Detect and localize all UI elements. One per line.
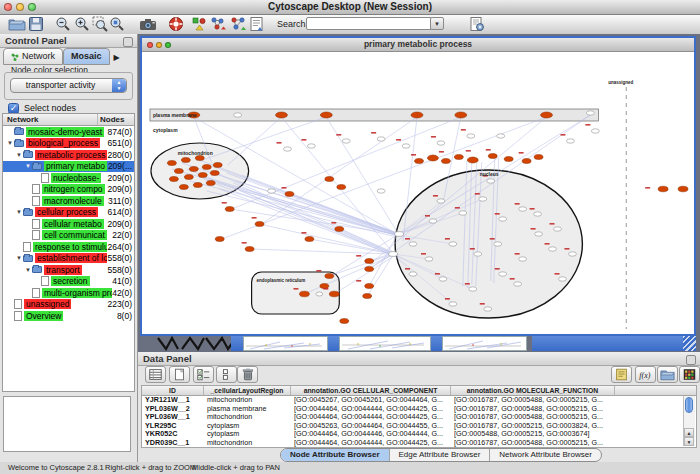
float-panel-icon[interactable]	[123, 37, 133, 47]
background-window[interactable]	[442, 336, 527, 351]
tree-row-macromolecule[interactable]: macromolecule311(0)	[3, 195, 134, 207]
network-canvas[interactable]: plasma membrane cytoplasm mitochondrion …	[142, 51, 694, 334]
column-go-molecular-function[interactable]: annotation.GO MOLECULAR_FUNCTION	[451, 386, 615, 395]
zoom-out-icon[interactable]	[54, 16, 72, 32]
float-panel-icon[interactable]	[686, 355, 696, 365]
tree-row-biological-process[interactable]: ▼biological_process651(0)	[3, 138, 134, 150]
svg-text:f(x): f(x)	[639, 371, 650, 380]
more-tabs-icon[interactable]: ▶	[114, 50, 120, 65]
attribute-matrix-icon[interactable]	[679, 366, 700, 383]
attribute-table-icon[interactable]	[145, 366, 166, 383]
expander-icon[interactable]: ▼	[15, 209, 23, 215]
attribute-table-header: ID _cellularLayoutRegion annotation.GO C…	[142, 386, 696, 396]
column-network[interactable]: Network	[3, 114, 98, 125]
background-window-edge[interactable]	[231, 336, 243, 351]
delete-attribute-icon[interactable]	[237, 366, 258, 383]
table-row[interactable]: YJR121W__1mitochondrion[GO:0045267, GO:0…	[142, 396, 696, 405]
tree-row-metabolic-process[interactable]: ▼metabolic process280(0)	[3, 149, 134, 161]
background-window[interactable]	[339, 336, 431, 351]
search-input[interactable]	[306, 17, 432, 30]
tree-row-cellular-process[interactable]: ▼cellular process614(0)	[3, 207, 134, 219]
background-window-edge[interactable]	[328, 336, 339, 351]
plasma-membrane-region	[150, 109, 598, 121]
tree-row-establishment-of-localization[interactable]: ▼establishment of lo558(0)	[3, 253, 134, 265]
tree-row-transport[interactable]: ▼transport558(0)	[3, 264, 134, 276]
table-scrollbar[interactable]: ▲ ▼	[683, 396, 695, 446]
close-button[interactable]	[4, 3, 12, 11]
frame-zoom-button[interactable]	[165, 42, 171, 48]
tab-network[interactable]: Network	[3, 48, 63, 65]
data-panel-title: Data Panel	[143, 353, 192, 364]
zoom-fit-icon[interactable]	[108, 16, 126, 32]
select-attributes-icon[interactable]	[193, 366, 214, 383]
tab-mosaic-label: Mosaic	[71, 49, 102, 64]
table-row[interactable]: YKR052Ccytoplasm[GO:0044464, GO:0044446,…	[142, 430, 696, 439]
formula-builder-icon[interactable]: f(x)	[635, 366, 656, 383]
scroll-down-icon[interactable]: ▼	[684, 437, 694, 446]
tree-row-multi-organism[interactable]: multi-organism pro42(0)	[3, 287, 134, 299]
zoom-in-icon[interactable]	[73, 16, 91, 32]
tab-mosaic[interactable]: Mosaic	[63, 48, 110, 65]
new-attribute-icon[interactable]	[169, 366, 190, 383]
save-session-icon[interactable]	[27, 16, 45, 32]
column-nodes[interactable]: Nodes	[98, 114, 134, 125]
select-nodes-checkbox[interactable]: ✓	[8, 103, 19, 114]
tree-row-unassigned[interactable]: unassigned223(0)	[3, 299, 134, 311]
table-row[interactable]: YPL036W__2plasma membrane[GO:0044464, GO…	[142, 405, 696, 414]
unselect-attributes-icon[interactable]	[216, 366, 237, 383]
resize-grip-icon[interactable]	[683, 336, 696, 351]
page-icon	[14, 299, 22, 309]
expander-icon[interactable]: ▼	[24, 163, 32, 169]
node-color-dropdown[interactable]: transporter activity ▲▼	[10, 78, 127, 93]
open-session-icon[interactable]	[8, 16, 26, 32]
tab-node-attribute-browser[interactable]: Node Attribute Browser	[281, 449, 390, 461]
tree-row-primary-metabolic[interactable]: ▼primary metabo209(...	[3, 161, 134, 173]
annotation-icon[interactable]	[249, 16, 264, 32]
column-id[interactable]: ID	[142, 386, 204, 395]
window-title: Cytoscape Desktop (New Session)	[0, 0, 700, 14]
tree-row-cellular-metabolic[interactable]: cellular metabo209(0)	[3, 218, 134, 230]
configure-search-icon[interactable]	[468, 16, 486, 32]
scrollbar-thumb[interactable]	[685, 397, 693, 413]
birds-eye-view[interactable]	[3, 396, 131, 452]
import-attributes-icon[interactable]	[657, 366, 678, 383]
table-row[interactable]: YPL036W__1mitochondrion[GO:0044464, GO:0…	[142, 413, 696, 422]
network-tree: Network Nodes mosaic-demo-yeast874(0) ▼b…	[2, 113, 135, 392]
tree-row-secretion[interactable]: secretion41(0)	[3, 276, 134, 288]
scroll-up-icon[interactable]: ▲	[684, 428, 694, 437]
expander-icon[interactable]: ▼	[15, 152, 23, 158]
tab-network-attribute-browser[interactable]: Network Attribute Browser	[490, 449, 600, 461]
vizmapper-icon[interactable]	[192, 16, 206, 32]
tree-row-mosaic-demo-yeast[interactable]: mosaic-demo-yeast874(0)	[3, 126, 134, 138]
zoom-selected-icon[interactable]	[91, 16, 109, 32]
frame-close-button[interactable]	[147, 42, 153, 48]
tab-edge-attribute-browser[interactable]: Edge Attribute Browser	[390, 449, 491, 461]
frame-minimize-button[interactable]	[156, 42, 162, 48]
tree-row-nitrogen-compound[interactable]: nitrogen compo209(0)	[3, 184, 134, 196]
background-window-edge[interactable]	[431, 336, 442, 351]
frame-bottom-edge[interactable]	[532, 336, 696, 351]
background-window[interactable]	[243, 336, 328, 351]
tree-row-overview[interactable]: Overview8(0)	[3, 310, 134, 322]
column-go-cellular-component[interactable]: annotation.GO CELLULAR_COMPONENT	[291, 386, 451, 395]
tree-row-cell-communication[interactable]: cell communicat22(0)	[3, 230, 134, 242]
page-icon	[23, 242, 31, 252]
create-network-view-icon[interactable]	[229, 16, 247, 32]
attribute-browser-tabs: Node Attribute Browser Edge Attribute Br…	[280, 448, 602, 462]
column-cellular-layout-region[interactable]: _cellularLayoutRegion	[204, 386, 291, 395]
expander-icon[interactable]: ▼	[15, 255, 23, 261]
tree-row-response-to-stimulus[interactable]: response to stimulu264(0)	[3, 241, 134, 253]
expander-icon[interactable]: ▼	[24, 267, 32, 273]
table-row[interactable]: YLR295Ccytoplasm[GO:0045263, GO:0044464,…	[142, 422, 696, 431]
help-ring-icon[interactable]	[167, 16, 185, 32]
import-network-icon[interactable]	[209, 16, 227, 32]
export-image-icon[interactable]	[139, 16, 157, 32]
search-dropdown-icon[interactable]: ▼	[430, 17, 444, 30]
minimize-button[interactable]	[16, 3, 24, 11]
notes-icon[interactable]	[611, 366, 632, 383]
expander-icon[interactable]: ▼	[6, 140, 14, 146]
table-row[interactable]: YDR039C__1mitochondrion[GO:0044464, GO:0…	[142, 439, 696, 448]
cytoscape-desktop: Cytoscape Desktop (New Session) Search: …	[0, 0, 700, 474]
zoom-window-button[interactable]	[28, 3, 36, 11]
tree-row-nucleobase[interactable]: nucleobase-209(0)	[3, 172, 134, 184]
